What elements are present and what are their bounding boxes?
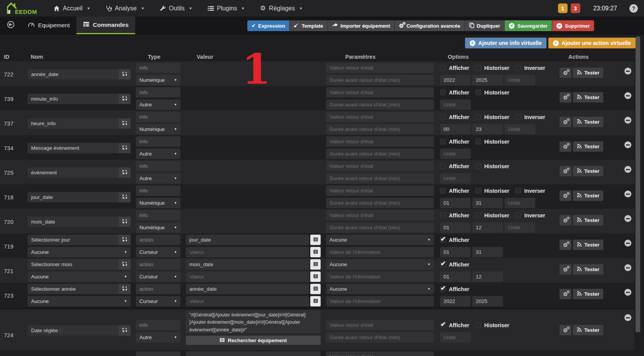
command-subtype-select[interactable]: Numérique▼	[136, 75, 180, 85]
param-input[interactable]	[326, 136, 434, 147]
value-list-button[interactable]	[310, 296, 321, 306]
value-list-button[interactable]	[310, 272, 321, 282]
checkbox-afficher[interactable]: Afficher	[440, 322, 469, 328]
nav-item-outils[interactable]: Outils ▼	[160, 5, 192, 12]
icon-picker-button[interactable]	[119, 94, 131, 104]
icon-picker-button[interactable]	[119, 235, 131, 245]
param-input[interactable]	[326, 173, 434, 184]
remove-command-icon[interactable]	[624, 117, 631, 124]
value-input[interactable]	[186, 247, 309, 257]
command-name-input[interactable]	[28, 325, 119, 336]
limit-input[interactable]	[472, 296, 503, 306]
param-input[interactable]	[326, 185, 434, 196]
param-input[interactable]	[326, 320, 434, 330]
name-link-select[interactable]: Aucune▼	[28, 247, 131, 257]
unit-input[interactable]	[505, 75, 535, 85]
checkbox-afficher[interactable]: Afficher	[440, 188, 469, 194]
limit-input[interactable]	[440, 247, 471, 257]
command-type[interactable]	[136, 161, 180, 171]
back-button[interactable]	[0, 17, 22, 34]
command-configuration-button[interactable]: ⚙⚙	[560, 240, 571, 250]
param-input[interactable]	[326, 149, 434, 159]
checkbox-historiser[interactable]: Historiser	[475, 114, 509, 120]
param-input[interactable]	[326, 296, 434, 306]
param-input[interactable]	[326, 99, 434, 110]
command-name-input[interactable]	[28, 69, 119, 79]
tab-commandes[interactable]: Commandes	[76, 17, 135, 34]
param-select[interactable]: Aucune▼	[326, 284, 434, 294]
command-subtype-select[interactable]: Numérique▼	[136, 222, 180, 233]
limit-input[interactable]	[440, 124, 471, 134]
remove-command-icon[interactable]	[624, 264, 631, 271]
command-configuration-button[interactable]: ⚙⚙	[560, 190, 571, 201]
tester-button[interactable]: Tester	[573, 264, 604, 275]
command-subtype-select[interactable]: Curseur▼	[136, 296, 180, 306]
value-list-button[interactable]	[310, 235, 321, 245]
command-type[interactable]	[136, 351, 180, 356]
command-configuration-button[interactable]: ⚙⚙	[560, 289, 571, 299]
import-equipment-button[interactable]: Importer équipement	[328, 20, 395, 31]
remove-command-icon[interactable]	[624, 215, 631, 222]
param-input[interactable]	[326, 332, 434, 343]
command-configuration-button[interactable]: ⚙⚙	[560, 166, 571, 176]
command-name-input[interactable]	[28, 143, 119, 153]
icon-picker-button[interactable]	[119, 118, 131, 129]
name-link-select[interactable]: Aucune▼	[28, 296, 131, 306]
command-subtype-select[interactable]: Curseur▼	[136, 247, 180, 257]
checkbox-historiser[interactable]: Historiser	[475, 65, 509, 71]
limit-input[interactable]	[472, 272, 503, 282]
checkbox-afficher[interactable]: Afficher	[440, 237, 469, 243]
icon-picker-button[interactable]	[119, 284, 131, 294]
command-type[interactable]	[136, 320, 180, 330]
param-input[interactable]	[326, 112, 434, 122]
jeedom-logo[interactable]: J EEDOM	[5, 0, 37, 16]
command-type[interactable]	[136, 185, 180, 196]
tester-button[interactable]: Tester	[573, 215, 604, 225]
delete-button[interactable]: Supprimer	[552, 20, 594, 31]
param-input[interactable]	[326, 247, 434, 257]
tester-button[interactable]: Tester	[573, 289, 604, 299]
notification-badge-warning[interactable]: 1	[558, 3, 568, 13]
remove-command-icon[interactable]	[624, 314, 631, 321]
checkbox-afficher[interactable]: Afficher	[440, 89, 469, 96]
param-select[interactable]: Aucune▼	[326, 235, 434, 245]
command-configuration-button[interactable]: ⚙⚙	[560, 215, 571, 225]
limit-input[interactable]	[440, 296, 471, 306]
remove-command-icon[interactable]	[624, 141, 631, 148]
limit-input[interactable]	[440, 222, 471, 233]
checkbox-afficher[interactable]: Afficher	[440, 286, 469, 292]
checkbox-afficher[interactable]: Afficher	[440, 262, 469, 268]
remove-command-icon[interactable]	[624, 289, 631, 296]
command-type[interactable]	[136, 63, 180, 73]
unit-input[interactable]	[505, 124, 535, 134]
command-configuration-button[interactable]: ⚙⚙	[560, 68, 571, 78]
checkbox-afficher[interactable]: Afficher	[440, 163, 469, 169]
tester-button[interactable]: Tester	[573, 141, 604, 152]
value-textarea[interactable]: "#[Général][Ajouter évènement][jour_date…	[186, 310, 321, 333]
unit-input[interactable]	[440, 332, 471, 343]
param-input[interactable]	[326, 210, 434, 220]
command-name-input[interactable]	[28, 118, 119, 129]
command-type[interactable]	[136, 87, 180, 98]
limit-input[interactable]	[472, 247, 503, 257]
save-button[interactable]: ✔ Sauvegarder	[505, 20, 552, 31]
advanced-configuration-button[interactable]: ⚙⚙ Configuration avancée	[395, 20, 465, 31]
command-subtype-select[interactable]: Numérique▼	[136, 124, 180, 134]
command-type[interactable]	[136, 112, 180, 122]
command-configuration-button[interactable]: ⚙⚙	[560, 117, 571, 127]
command-configuration-button[interactable]: ⚙⚙	[560, 141, 571, 152]
value-input[interactable]	[186, 351, 321, 356]
command-name-input[interactable]	[28, 94, 119, 104]
checkbox-afficher[interactable]: Afficher	[440, 139, 469, 145]
checkbox-historiser[interactable]: Historiser	[475, 322, 509, 328]
command-name-input[interactable]	[28, 192, 119, 202]
command-subtype-select[interactable]: Autre▼	[136, 332, 180, 343]
vertical-scrollbar[interactable]	[636, 36, 640, 332]
value-list-button[interactable]	[310, 259, 321, 270]
checkbox-historiser[interactable]: Historiser	[475, 212, 509, 219]
value-list-button[interactable]	[310, 284, 321, 294]
add-virtual-info-button[interactable]: + Ajouter une info virtuelle	[465, 38, 546, 48]
command-name-input[interactable]	[28, 284, 119, 294]
value-input[interactable]	[186, 259, 309, 270]
limit-input[interactable]	[440, 198, 471, 208]
